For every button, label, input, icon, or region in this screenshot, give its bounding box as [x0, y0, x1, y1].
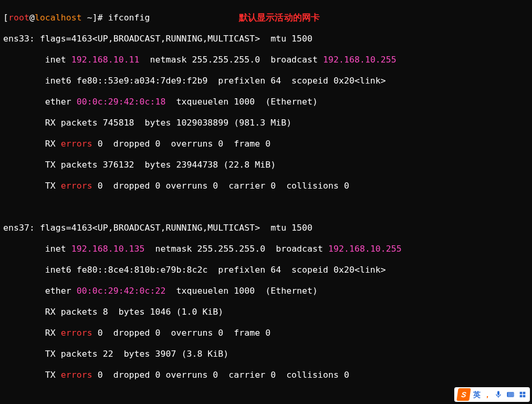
blank: [3, 391, 529, 401]
ens33-ether: ether 00:0c:29:42:0c:18 txqueuelen 1000 …: [3, 97, 529, 107]
grid-icon[interactable]: [518, 390, 527, 399]
ime-tray[interactable]: S 英 ，: [454, 387, 530, 402]
ens37-rxpk: RX packets 8 bytes 1046 (1.0 KiB): [3, 307, 529, 317]
ens33-inet: inet 192.168.10.11 netmask 255.255.255.0…: [3, 55, 529, 65]
ens33-rxpk: RX packets 745818 bytes 1029038899 (981.…: [3, 118, 529, 128]
ens37-ether: ether 00:0c:29:42:0c:22 txqueuelen 1000 …: [3, 286, 529, 296]
ens37-header: ens37: flags=4163<UP,BROADCAST,RUNNING,M…: [3, 223, 529, 233]
ens37-inet6: inet6 fe80::8ce4:810b:e79b:8c2c prefixle…: [3, 265, 529, 275]
ens33-txpk: TX packets 376132 bytes 23944738 (22.8 M…: [3, 160, 529, 170]
ens33-txerr: TX errors 0 dropped 0 overruns 0 carrier…: [3, 181, 529, 191]
command-ifconfig: ifconfig: [108, 13, 150, 23]
ens37-inet: inet 192.168.10.135 netmask 255.255.255.…: [3, 244, 529, 254]
mic-icon[interactable]: [494, 390, 503, 399]
ime-punct-label[interactable]: ，: [484, 389, 491, 400]
blank: [3, 202, 529, 212]
prompt-line-1: [root@localhost ~]# ifconfig 默认显示活动的网卡: [3, 13, 529, 23]
ens37-txpk: TX packets 22 bytes 3907 (3.8 KiB): [3, 349, 529, 359]
terminal[interactable]: [root@localhost ~]# ifconfig 默认显示活动的网卡 e…: [0, 0, 532, 404]
ens33-inet6: inet6 fe80::53e9:a034:7de9:f2b9 prefixle…: [3, 76, 529, 86]
sogou-logo-icon: S: [456, 388, 471, 401]
ens33-header: ens33: flags=4163<UP,BROADCAST,RUNNING,M…: [3, 34, 529, 44]
ens37-rxerr: RX errors 0 dropped 0 overruns 0 frame 0: [3, 328, 529, 338]
ens33-rxerr: RX errors 0 dropped 0 overruns 0 frame 0: [3, 139, 529, 149]
keyboard-icon[interactable]: [506, 390, 515, 399]
ens37-txerr: TX errors 0 dropped 0 overruns 0 carrier…: [3, 370, 529, 380]
annotation-text: 默认显示活动的网卡: [239, 13, 319, 23]
ime-language-label[interactable]: 英: [473, 389, 481, 400]
